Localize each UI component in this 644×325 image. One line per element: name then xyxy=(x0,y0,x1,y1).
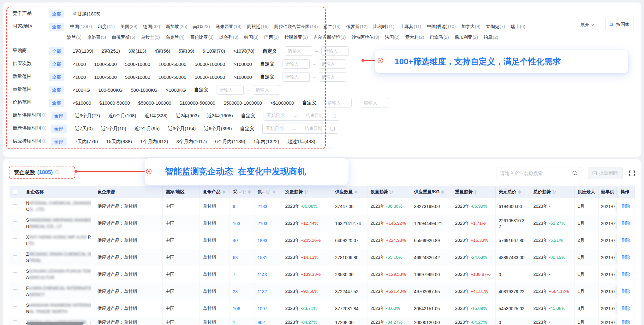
info-icon[interactable]: ⓘ xyxy=(42,139,46,143)
company-search-input[interactable] xyxy=(500,171,572,176)
cell-buyers[interactable]: 23 xyxy=(230,283,254,300)
filter-option[interactable]: 中国(1397) xyxy=(70,24,92,30)
range-input-max[interactable] xyxy=(319,72,346,82)
filter-option[interactable]: 近3年(1605) xyxy=(207,113,233,119)
cell-count[interactable]: 1143 xyxy=(254,266,282,283)
sort-icon[interactable] xyxy=(518,190,521,194)
delete-link[interactable]: 删除 xyxy=(622,221,630,226)
cell-buyers[interactable]: 40 xyxy=(230,232,254,249)
filter-option[interactable]: 1年内(1322) xyxy=(253,139,279,145)
filter-option[interactable]: 1家(1199) xyxy=(73,48,93,54)
filter-option[interactable]: 15天内(838) xyxy=(106,139,132,145)
select-all-checkbox[interactable] xyxy=(13,190,17,194)
select-row-checkbox[interactable] xyxy=(13,204,17,209)
filter-option[interactable]: 1个月内(912) xyxy=(140,139,168,145)
filter-option[interactable]: 10000-50000 xyxy=(158,74,186,80)
cell-count[interactable]: 1893 xyxy=(254,232,282,249)
range-input-min[interactable] xyxy=(283,59,310,69)
filter-option[interactable]: 1000-5000 xyxy=(94,74,117,80)
select-row-checkbox[interactable] xyxy=(13,238,17,243)
filter-option[interactable]: 中国(香港)(10) xyxy=(427,24,456,30)
filter-option[interactable]: 比利时(11) xyxy=(373,24,395,30)
filter-option[interactable]: >100000 xyxy=(233,74,252,80)
select-row-checkbox[interactable] xyxy=(13,272,17,277)
filter-option[interactable]: 保加利亚(2) xyxy=(455,35,478,40)
filter-option[interactable]: 约旦(2) xyxy=(484,35,498,40)
copy-icon[interactable] xyxy=(88,320,91,325)
custom-option[interactable]: 自定义 xyxy=(194,87,208,93)
filter-all-chip[interactable]: 全部 xyxy=(51,125,67,133)
filter-option[interactable]: 沙特阿拉伯(3) xyxy=(351,35,379,40)
cell-buyers[interactable]: 163 xyxy=(230,215,254,232)
custom-option[interactable]: 自定义 xyxy=(240,126,254,132)
filter-option[interactable]: 立陶宛(7) xyxy=(486,24,505,30)
info-icon[interactable]: ⓘ xyxy=(474,189,478,195)
info-icon[interactable]: ⓘ xyxy=(242,189,246,195)
filter-option[interactable]: 1000-5000 xyxy=(94,61,117,67)
filter-option[interactable]: 近7天(0) xyxy=(75,126,93,132)
filter-option[interactable]: <1000 xyxy=(73,74,86,80)
info-icon[interactable]: ⓘ xyxy=(389,189,393,195)
delete-link[interactable]: 删除 xyxy=(622,306,630,311)
filter-all-chip[interactable]: 全部 xyxy=(49,10,64,18)
select-row-checkbox[interactable] xyxy=(13,320,17,325)
filter-option[interactable]: 阿拉伯联合酋长国(14) xyxy=(274,24,318,30)
filter-option[interactable]: $50000-100000 xyxy=(138,100,171,106)
range-input-min[interactable] xyxy=(285,46,312,56)
filter-option[interactable]: 哥伦比亚(3) xyxy=(190,35,214,40)
filter-option[interactable]: 4家(56) xyxy=(154,48,170,54)
filter-option[interactable]: 近1年(328) xyxy=(144,113,167,119)
filter-option[interactable]: >10家(78) xyxy=(233,48,254,54)
range-input-max[interactable] xyxy=(361,98,388,107)
filter-option[interactable]: 美国(39) xyxy=(120,24,137,30)
filter-option[interactable]: $500000-1000000 xyxy=(224,100,262,106)
delete-link[interactable]: 删除 xyxy=(622,204,630,209)
delete-link[interactable]: 删除 xyxy=(622,272,630,277)
filter-option[interactable]: 近1个月(10) xyxy=(101,126,126,132)
filter-option[interactable]: 超过1年(483) xyxy=(287,139,315,145)
delete-link[interactable]: 删除 xyxy=(622,238,630,243)
search-icon[interactable] xyxy=(572,170,578,176)
filter-option[interactable]: 韩国(3) xyxy=(244,35,259,40)
filter-option[interactable]: <100KG xyxy=(73,87,90,93)
filter-option[interactable]: >$1000000 xyxy=(270,100,294,106)
select-row-checkbox[interactable] xyxy=(13,255,17,260)
fullscreen-icon[interactable] xyxy=(629,170,635,177)
filter-option[interactable]: 加拿大(9) xyxy=(461,24,480,30)
cell-count[interactable]: 1097 xyxy=(254,300,282,317)
filter-option[interactable]: 100-500KG xyxy=(98,87,122,93)
info-icon[interactable]: ⓘ xyxy=(552,189,556,195)
sort-icon[interactable] xyxy=(355,190,357,194)
filter-option[interactable]: 荷兰(14) xyxy=(324,24,341,30)
info-icon[interactable]: ⓘ xyxy=(55,170,59,175)
filter-all-chip[interactable]: 全部 xyxy=(49,60,64,68)
filter-option[interactable]: 德国(32) xyxy=(143,24,160,30)
filter-option[interactable]: 意大利(2) xyxy=(405,35,424,40)
filter-option[interactable]: 5000-10000 xyxy=(125,74,150,80)
date-range-picker[interactable]: 开始日期→结束日期 xyxy=(264,111,339,121)
filter-all-chip[interactable]: 全部 xyxy=(51,137,67,146)
expand-countries-link[interactable]: 展开 xyxy=(581,22,593,28)
filter-all-chip[interactable]: 全部 xyxy=(51,112,67,120)
delete-link[interactable]: 删除 xyxy=(622,255,630,260)
select-row-checkbox[interactable] xyxy=(13,306,17,311)
filter-option[interactable]: 6个月内(1139) xyxy=(215,139,245,145)
date-range-picker[interactable]: 开始日期→结束日期 xyxy=(262,124,338,134)
info-icon[interactable]: ⓘ xyxy=(42,126,46,131)
filter-option[interactable]: 阿根廷(16) xyxy=(247,24,269,30)
filter-all-chip[interactable]: 全部 xyxy=(49,99,64,107)
custom-option[interactable]: 自定义 xyxy=(302,100,316,106)
filter-option[interactable]: <$10000 xyxy=(73,100,91,106)
cell-count[interactable]: 962 xyxy=(254,317,282,325)
filter-option[interactable]: 5家(39) xyxy=(178,48,194,54)
info-icon[interactable]: ⓘ xyxy=(304,189,308,195)
filter-option[interactable]: 5000-10000 xyxy=(125,61,150,67)
filter-option[interactable]: >100000 xyxy=(233,61,252,67)
filter-option[interactable]: 俄罗斯(12) xyxy=(346,24,368,30)
filter-all-chip[interactable]: 全部 xyxy=(49,86,64,94)
custom-option[interactable]: 自定义 xyxy=(260,61,274,67)
filter-option[interactable]: 吉尔吉斯斯坦(3) xyxy=(313,35,346,40)
group-by-country-button[interactable]: 按国家 xyxy=(605,19,634,30)
cell-count[interactable]: 2103 xyxy=(254,215,282,232)
sort-icon[interactable] xyxy=(223,190,225,194)
